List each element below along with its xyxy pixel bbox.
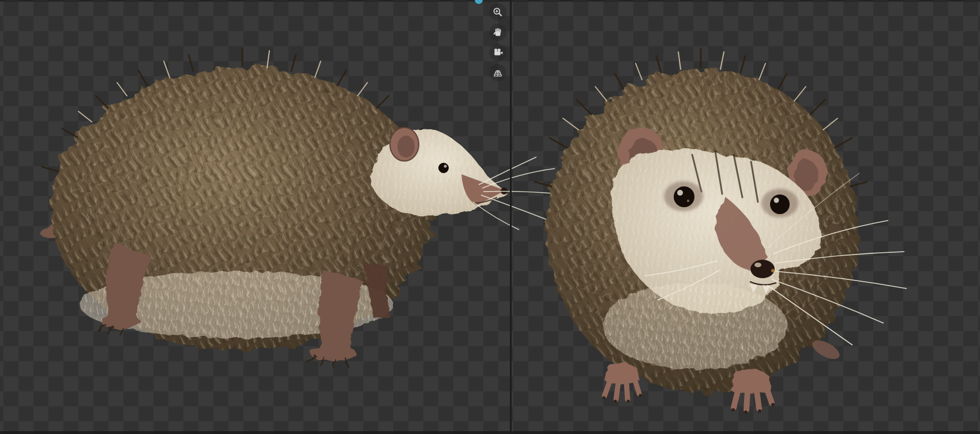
zoom-icon[interactable] [489, 3, 506, 21]
viewport-divider[interactable] [510, 0, 512, 434]
render-area [0, 0, 980, 434]
viewport-gizmos [487, 3, 508, 81]
grid-icon[interactable] [489, 64, 506, 81]
viewport-top-edge [0, 0, 980, 2]
viewport-bottom-edge [0, 431, 980, 434]
viewport-right[interactable] [512, 0, 980, 434]
camera-icon[interactable] [489, 44, 506, 61]
pan-hand-icon[interactable] [489, 24, 506, 41]
viewport-left[interactable] [0, 0, 510, 434]
